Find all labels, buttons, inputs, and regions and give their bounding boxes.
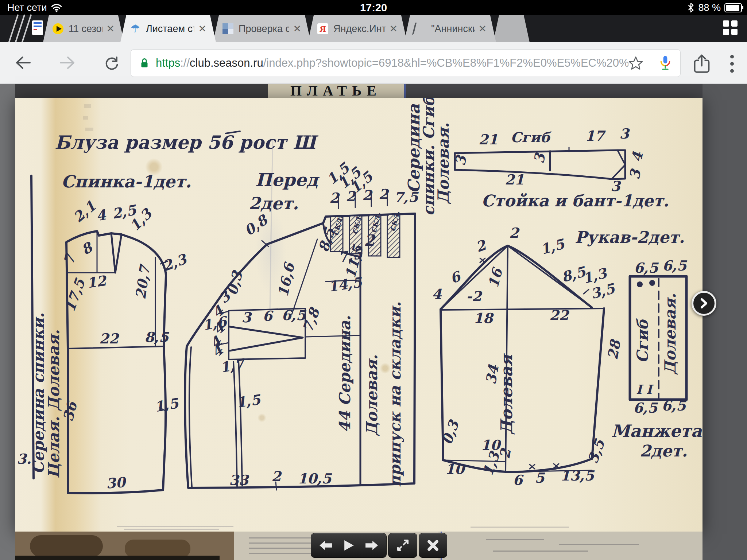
page-content: ПЛАТЬЕ	[0, 84, 747, 560]
measurement-label: Долевая.	[661, 293, 679, 375]
play-slideshow-icon[interactable]	[343, 540, 354, 551]
measurement-label: 28	[604, 338, 624, 361]
carrier-label: Нет сети	[7, 2, 47, 13]
tab-title: Яндекс.Интернет	[333, 23, 386, 35]
voice-search-mic-icon[interactable]	[659, 54, 671, 72]
measurement-label: Сгиб	[634, 318, 651, 363]
measurement-label: I I	[636, 382, 654, 397]
forward-button[interactable]	[58, 54, 76, 72]
document-favicon-partial[interactable]	[32, 20, 43, 35]
measurement-label: Целая. Долевая.	[45, 330, 63, 478]
tab-video[interactable]: 11 сезон 12 сери ✕	[43, 15, 124, 42]
measurement-label: 2	[364, 232, 376, 249]
measurement-label: 6,5	[662, 257, 688, 274]
tab-stub[interactable]	[493, 15, 530, 42]
tab-title: 11 сезон 12 сери	[69, 23, 102, 35]
piece-title-collar: Стойка и бант-1дет.	[481, 191, 669, 210]
close-viewer-icon[interactable]	[427, 540, 439, 551]
measurement-label: 1,5	[539, 235, 567, 257]
menu-icon[interactable]	[729, 55, 735, 73]
paper-crease	[270, 139, 273, 312]
piece-title-back: Спинка-1дет.	[61, 172, 191, 191]
tab-close-icon[interactable]: ✕	[106, 23, 115, 35]
measurement-label: Долевая.	[434, 122, 452, 204]
sewing-pattern-drawing: Блуза размер 56 рост ШСпинка-1дет.Перед2…	[15, 98, 703, 532]
measurement-label: 4	[628, 150, 646, 163]
measurement-label: 6,5	[282, 307, 307, 323]
url-domain: club.season.ru	[190, 57, 263, 69]
measurement-label: Долевая	[497, 353, 516, 435]
measurement-label: 3,5	[584, 436, 608, 466]
url-field[interactable]: https://club.season.ru/index.php?showtop…	[131, 49, 681, 77]
dimmed-page-right	[703, 84, 747, 560]
lock-icon	[140, 57, 149, 69]
pattern-scan-image: Блуза размер 56 рост ШСпинка-1дет.Перед2…	[15, 98, 703, 532]
measurement-label: 2,3	[160, 250, 190, 274]
measurement-label: 2	[509, 225, 520, 241]
measurement-label: 6,5	[634, 260, 659, 276]
measurement-label: 1,5	[153, 395, 181, 415]
measurement-label: 2	[473, 236, 489, 255]
mosaic-favicon	[222, 23, 233, 34]
measurement-label: 2,1	[70, 198, 99, 226]
measurement-label: 18	[473, 310, 494, 326]
back-button[interactable]	[15, 54, 32, 72]
measurement-label: 6,5	[662, 397, 687, 414]
measurement-label: 16	[485, 265, 506, 289]
tab-close-icon[interactable]: ✕	[478, 23, 487, 35]
tab-yandex[interactable]: Я Яндекс.Интернет ✕	[308, 15, 407, 42]
measurement-label: 13,5	[560, 467, 595, 484]
piece-title-front-qty: 2дет.	[249, 194, 298, 213]
share-icon[interactable]	[692, 53, 711, 74]
scan-fragment-photo	[15, 532, 234, 560]
chevron-right-icon	[698, 298, 709, 309]
measurement-label: 8,5	[144, 329, 170, 345]
page-heading: ПЛАТЬЕ	[268, 84, 404, 98]
play-video-favicon	[53, 23, 63, 34]
clock: 17:20	[360, 0, 387, 15]
tab-speed-test[interactable]: Проверка скоро ✕	[213, 15, 311, 42]
pattern-title: Блуза размер 56 рост Ш	[55, 132, 319, 153]
measurement-label: 21	[505, 171, 524, 188]
next-image-button[interactable]	[692, 291, 716, 316]
measurement-label: 7	[60, 251, 79, 267]
measurement-label: 3	[619, 125, 630, 142]
measurement-label: 3	[626, 167, 645, 180]
bluetooth-icon	[687, 2, 694, 13]
measurement-label: 8	[78, 238, 96, 258]
measurement-label: 6,5	[633, 400, 658, 416]
battery-icon	[724, 3, 742, 12]
reload-button[interactable]	[103, 54, 120, 72]
measurement-label: 3.	[17, 451, 31, 467]
tab-title: Листаем старые	[146, 23, 194, 35]
tab-anninsky[interactable]: "Аннинский п ✕	[404, 15, 496, 42]
tab-close-icon[interactable]: ✕	[389, 23, 398, 35]
measurement-label: 20,7	[132, 263, 153, 300]
tab-close-icon[interactable]: ✕	[198, 23, 206, 35]
umbrella-favicon: ☂	[130, 23, 141, 34]
tab-season-forum-active[interactable]: ☂ Листаем старые ✕	[120, 15, 216, 42]
measurement-label: Долевая.	[363, 354, 381, 436]
bookmark-star-icon[interactable]	[628, 56, 643, 70]
measurement-label: 2	[362, 187, 373, 203]
piece-title-front: Перед	[255, 170, 320, 190]
piece-title-cuff: Манжета	[611, 421, 703, 441]
measurement-label: 0,8	[241, 211, 271, 239]
tab-close-icon[interactable]: ✕	[293, 23, 301, 35]
next-image-icon[interactable]	[365, 540, 378, 551]
measurement-label: 22	[99, 330, 119, 347]
fullscreen-icon[interactable]	[396, 539, 409, 552]
measurement-label: -2	[466, 288, 483, 304]
measurement-label: 4	[432, 286, 442, 302]
piece-title-sleeve: Рукав-2дет.	[575, 228, 685, 246]
page-heading-band: ПЛАТЬЕ	[268, 84, 404, 98]
measurement-label: 3	[611, 178, 622, 194]
previous-image-icon[interactable]	[319, 540, 332, 551]
measurement-label: 5	[535, 470, 545, 486]
measurement-label: 4	[95, 206, 108, 224]
measurement-label: 2	[329, 190, 340, 206]
measurement-label: 16,6	[275, 261, 298, 298]
measurement-label: 2	[346, 188, 356, 205]
measurement-label: 3	[452, 153, 470, 167]
tab-switcher-icon[interactable]	[723, 20, 738, 35]
